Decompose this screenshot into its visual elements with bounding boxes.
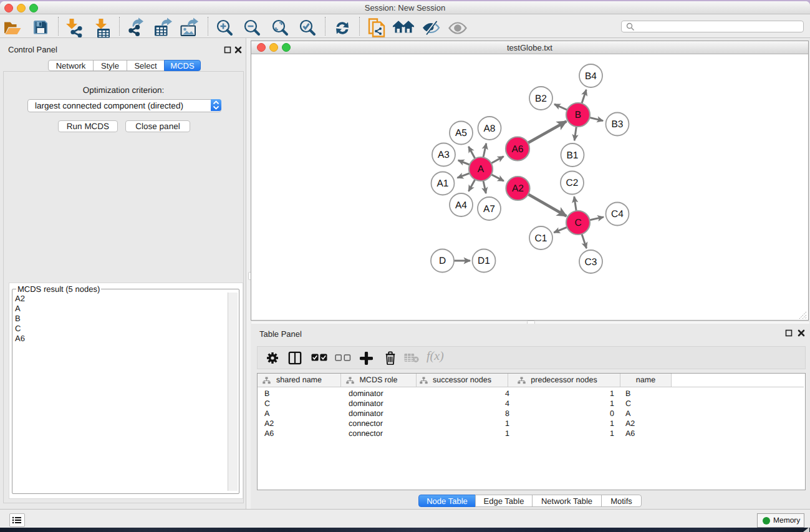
- svg-text:A4: A4: [455, 200, 467, 210]
- svg-text:D: D: [439, 256, 446, 266]
- svg-text:B1: B1: [567, 150, 579, 160]
- svg-text:A8: A8: [484, 123, 496, 133]
- svg-text:A3: A3: [438, 150, 450, 160]
- svg-text:C1: C1: [535, 233, 547, 243]
- svg-text:C3: C3: [585, 256, 597, 267]
- svg-text:B: B: [575, 110, 581, 120]
- svg-text:D1: D1: [478, 256, 490, 266]
- svg-text:A7: A7: [483, 203, 495, 214]
- svg-text:B2: B2: [535, 93, 547, 104]
- svg-text:A: A: [478, 164, 485, 175]
- svg-text:B4: B4: [585, 70, 597, 81]
- svg-text:A5: A5: [455, 128, 467, 138]
- svg-text:A2: A2: [512, 183, 524, 194]
- svg-text:C2: C2: [566, 178, 579, 188]
- svg-text:B3: B3: [612, 119, 624, 130]
- svg-text:A1: A1: [437, 178, 449, 189]
- svg-text:C4: C4: [611, 209, 624, 220]
- svg-text:C: C: [574, 218, 581, 228]
- svg-text:A6: A6: [512, 143, 524, 154]
